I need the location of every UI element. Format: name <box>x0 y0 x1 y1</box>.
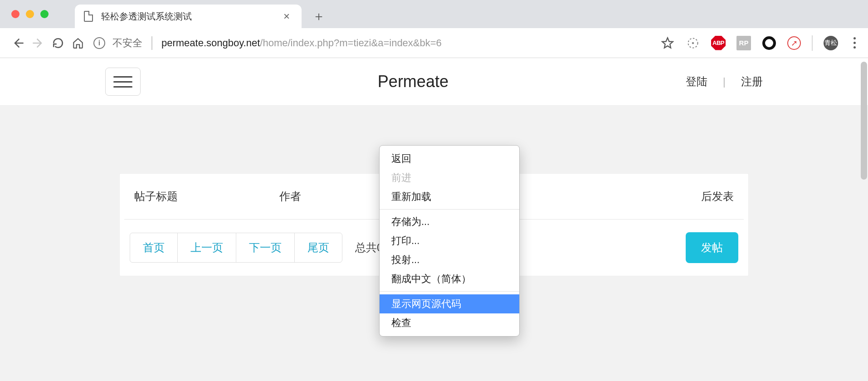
address-divider <box>151 36 152 50</box>
url-path: /home/index.php?m=tiezi&a=index&bk=6 <box>260 37 442 49</box>
new-post-button[interactable]: 发帖 <box>686 232 738 263</box>
nav-forward-button[interactable] <box>28 33 48 53</box>
site-header: Permeate 登陆 | 注册 <box>0 58 868 106</box>
window-close-icon[interactable] <box>11 10 20 18</box>
extension-abp-icon[interactable]: ABP <box>711 36 726 50</box>
new-tab-button[interactable]: ＋ <box>310 7 328 25</box>
bookmark-star-icon[interactable] <box>660 36 675 50</box>
scrollbar-vertical[interactable] <box>861 62 867 180</box>
ctx-print[interactable]: 打印... <box>380 231 519 250</box>
url-host: permeate.songboy.net <box>161 37 260 49</box>
url-text: permeate.songboy.net/home/index.php?m=ti… <box>161 37 442 49</box>
pager-prev[interactable]: 上一页 <box>178 233 236 262</box>
toolbar-actions: ABP RP ➚ 青松 <box>660 35 860 51</box>
browser-toolbar: i 不安全 permeate.songboy.net/home/index.ph… <box>0 28 868 58</box>
ctx-separator <box>380 291 519 292</box>
pager: 首页 上一页 下一页 尾页 <box>130 233 342 263</box>
extension-rp-icon[interactable]: RP <box>736 36 751 50</box>
tab-title: 轻松参透测试系统测试 <box>101 10 192 23</box>
nav-reload-button[interactable] <box>48 33 68 53</box>
svg-point-2 <box>692 42 694 44</box>
extension-rocket-icon[interactable]: ➚ <box>787 36 801 50</box>
pager-first[interactable]: 首页 <box>130 233 178 262</box>
insecure-label: 不安全 <box>112 36 142 50</box>
ctx-separator <box>380 209 519 210</box>
menu-toggle-button[interactable] <box>105 68 141 96</box>
ctx-translate[interactable]: 翻成中文（简体） <box>380 269 519 288</box>
auth-separator: | <box>723 75 726 88</box>
nav-back-button[interactable] <box>8 33 28 53</box>
col-title: 帖子标题 <box>134 189 279 204</box>
profile-avatar[interactable]: 青松 <box>824 36 838 50</box>
pager-next[interactable]: 下一页 <box>236 233 295 262</box>
ctx-reload[interactable]: 重新加载 <box>380 187 519 206</box>
auth-links: 登陆 | 注册 <box>686 74 763 89</box>
register-link[interactable]: 注册 <box>741 74 763 89</box>
ctx-cast[interactable]: 投射... <box>380 250 519 269</box>
window-minimize-icon[interactable] <box>26 10 34 18</box>
window-controls <box>11 10 49 18</box>
nav-home-button[interactable] <box>68 33 88 53</box>
ctx-back[interactable]: 返回 <box>380 149 519 168</box>
col-last: 后发表 <box>652 189 734 204</box>
window-zoom-icon[interactable] <box>40 10 49 18</box>
svg-marker-0 <box>662 38 673 48</box>
ctx-save-as[interactable]: 存储为... <box>380 212 519 231</box>
tab-close-icon[interactable]: × <box>283 10 290 23</box>
toolbar-separator <box>812 35 813 51</box>
extension-dashed-icon[interactable] <box>686 36 700 50</box>
col-author: 作者 <box>279 189 384 204</box>
ctx-view-source[interactable]: 显示网页源代码 <box>380 294 519 313</box>
ctx-inspect[interactable]: 检查 <box>380 313 519 332</box>
context-menu: 返回 前进 重新加载 存储为... 打印... 投射... 翻成中文（简体） 显… <box>379 145 520 337</box>
ctx-forward: 前进 <box>380 168 519 187</box>
site-info-icon[interactable]: i <box>93 37 105 49</box>
browser-tab[interactable]: 轻松参透测试系统测试 × <box>75 5 302 28</box>
browser-tab-bar: 轻松参透测试系统测试 × ＋ <box>0 0 868 28</box>
extension-ring-icon[interactable] <box>762 36 776 50</box>
page-icon <box>84 11 93 22</box>
pager-last[interactable]: 尾页 <box>295 233 342 262</box>
login-link[interactable]: 登陆 <box>686 74 707 89</box>
site-brand: Permeate <box>141 72 686 91</box>
address-bar[interactable]: i 不安全 permeate.songboy.net/home/index.ph… <box>93 33 648 54</box>
browser-menu-icon[interactable] <box>849 37 860 49</box>
